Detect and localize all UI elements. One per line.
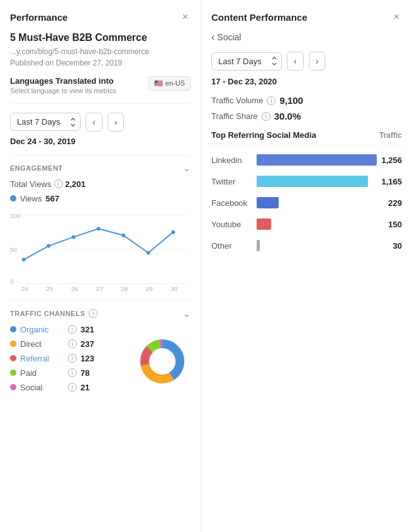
traffic-volume-row: Traffic Volume i 9,100 — [211, 95, 402, 106]
twitter-count: 1,165 — [377, 177, 402, 186]
languages-sub: Select language to view its metrics — [10, 87, 116, 94]
back-label: Social — [217, 32, 241, 42]
organic-name[interactable]: Organic — [20, 325, 64, 334]
chart-dot — [22, 258, 26, 261]
left-date-select[interactable]: Last 7 Days Last 30 Days Last 90 Days — [10, 113, 81, 131]
facebook-name: Facebook — [211, 198, 257, 208]
views-row: Views 567 — [10, 194, 191, 203]
linkedin-bar — [257, 154, 377, 166]
traffic-channels-wrapper: Organic i 321 Direct i 237 Referral i 12… — [10, 325, 191, 392]
svg-text:24: 24 — [21, 285, 28, 291]
traffic-share-info-icon[interactable]: i — [262, 112, 270, 121]
right-next-button[interactable]: › — [309, 52, 326, 71]
traffic-item-direct: Direct i 237 — [10, 339, 128, 349]
chart-svg: 100 50 0 24 25 26 27 28 — [10, 210, 191, 291]
svg-text:0: 0 — [10, 278, 14, 285]
social-value: 21 — [81, 383, 103, 392]
left-panel-title: Performance — [10, 12, 68, 23]
total-views-info-icon[interactable]: i — [54, 179, 63, 188]
total-views-num: 2,201 — [65, 179, 86, 189]
chart-dot — [171, 230, 175, 234]
organic-value: 321 — [81, 325, 103, 334]
direct-info-icon[interactable]: i — [68, 339, 77, 348]
svg-text:28: 28 — [121, 285, 128, 291]
chart-dot — [47, 244, 50, 247]
engagement-chevron-icon: ⌄ — [183, 163, 191, 173]
right-close-button[interactable]: × — [391, 10, 402, 24]
traffic-info-icon[interactable]: i — [89, 309, 97, 318]
organic-dot — [10, 326, 16, 332]
left-date-label: Dec 24 - 30, 2019 — [10, 137, 191, 146]
chart-dot — [147, 251, 150, 254]
views-dot — [10, 195, 16, 201]
views-label: Views — [20, 194, 42, 203]
svg-text:25: 25 — [46, 285, 53, 291]
right-panel-title: Content Performance — [211, 12, 308, 23]
chart-dot — [97, 227, 101, 230]
article-date: Published on December 27, 2019 — [10, 59, 191, 67]
donut-chart — [134, 333, 191, 392]
views-chart: 100 50 0 24 25 26 27 28 — [10, 210, 191, 291]
other-bar — [257, 240, 260, 251]
chart-line — [24, 229, 174, 259]
languages-section: Languages Translated into Select languag… — [10, 76, 191, 104]
youtube-bar-container — [257, 217, 377, 231]
other-bar-container — [257, 239, 377, 252]
traffic-volume-info-icon[interactable]: i — [267, 96, 276, 105]
traffic-section-header: TRAFFIC CHANNELS i ⌄ — [10, 308, 191, 319]
engagement-section-header: ENGAGEMENT ⌄ — [10, 163, 191, 173]
right-date-range-row: Last 7 Days Last 30 Days Last 90 Days ‹ … — [211, 52, 402, 71]
traffic-share-row: Traffic Share i 30.0% — [211, 111, 402, 122]
svg-text:30: 30 — [170, 285, 177, 291]
direct-name: Direct — [20, 339, 64, 349]
social-dot — [10, 384, 16, 390]
paid-info-icon[interactable]: i — [68, 368, 77, 377]
languages-label: Languages Translated into — [10, 76, 116, 86]
other-count: 30 — [377, 241, 402, 251]
social-table-title: Top Referring Social Media — [211, 130, 316, 140]
social-row-other: Other 30 — [211, 239, 402, 252]
left-prev-button[interactable]: ‹ — [86, 113, 103, 132]
twitter-name: Twitter — [211, 177, 257, 186]
flag-label: en-US — [165, 79, 185, 87]
referral-name[interactable]: Referral — [20, 354, 64, 363]
paid-value: 78 — [81, 368, 103, 378]
youtube-count: 150 — [377, 220, 402, 229]
total-views-row: Total Views i 2,201 — [10, 179, 191, 189]
traffic-item-paid: Paid i 78 — [10, 368, 128, 378]
left-close-button[interactable]: × — [180, 10, 191, 24]
social-info-icon[interactable]: i — [68, 383, 77, 392]
left-date-range-row: Last 7 Days Last 30 Days Last 90 Days ‹ … — [10, 113, 191, 132]
traffic-share-label: Traffic Share — [211, 111, 258, 121]
right-header: Content Performance × — [211, 10, 402, 24]
direct-value: 237 — [81, 339, 103, 349]
flag-badge[interactable]: 🇺🇸 en-US — [148, 76, 191, 91]
views-num: 567 — [45, 194, 59, 203]
total-views-label: Total Views — [10, 179, 52, 189]
referral-info-icon[interactable]: i — [68, 354, 77, 363]
traffic-volume-label: Traffic Volume — [211, 96, 263, 105]
article-url: ...y.com/blog/5-must-have-b2b-commerce — [10, 47, 191, 56]
right-prev-button[interactable]: ‹ — [287, 52, 304, 71]
paid-dot — [10, 370, 16, 376]
other-name: Other — [211, 241, 257, 251]
traffic-chevron-icon: ⌄ — [183, 308, 191, 319]
left-next-button[interactable]: › — [108, 113, 125, 132]
social-row-twitter: Twitter 1,165 — [211, 174, 402, 188]
svg-point-18 — [151, 350, 174, 373]
svg-text:100: 100 — [10, 212, 21, 218]
engagement-label: ENGAGEMENT — [10, 164, 63, 172]
svg-text:50: 50 — [10, 246, 17, 253]
paid-name: Paid — [20, 368, 64, 378]
referral-dot — [10, 355, 16, 361]
back-nav[interactable]: ‹ Social — [211, 31, 402, 43]
social-table-header: Top Referring Social Media Traffic — [211, 130, 402, 145]
svg-text:29: 29 — [146, 285, 153, 291]
organic-info-icon[interactable]: i — [68, 325, 77, 334]
social-table-col-traffic: Traffic — [379, 131, 402, 140]
right-date-select[interactable]: Last 7 Days Last 30 Days Last 90 Days — [211, 52, 282, 71]
traffic-share-value: 30.0% — [274, 111, 301, 122]
right-date-label: 17 - Dec 23, 2020 — [211, 77, 402, 86]
flag-icon: 🇺🇸 — [154, 79, 163, 88]
languages-info: Languages Translated into Select languag… — [10, 76, 116, 94]
